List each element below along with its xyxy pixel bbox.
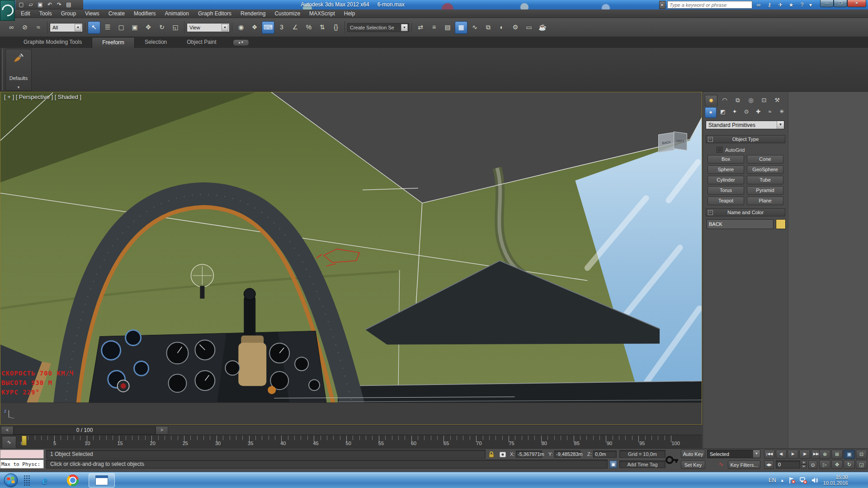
rectangular-selection-region-icon[interactable]: ▢ — [115, 21, 127, 34]
select-and-scale-icon[interactable]: ◱ — [169, 21, 182, 34]
absolute-offset-toggle-icon[interactable] — [499, 451, 506, 458]
modify-tab-icon[interactable]: ◠ — [719, 95, 731, 106]
subscription-key-icon[interactable]: ⚷ — [765, 1, 774, 9]
language-indicator[interactable]: EN — [769, 477, 776, 483]
space-warps-category-icon[interactable]: ≈ — [764, 107, 775, 117]
tab-freeform[interactable]: Freeform — [92, 37, 135, 48]
menu-item[interactable]: Group — [57, 9, 80, 18]
named-selection-set-dropdown[interactable]: Create Selection Se ▼ — [347, 23, 409, 32]
minimize-button[interactable]: — — [820, 0, 834, 7]
go-to-start-icon[interactable]: |◀◀ — [764, 450, 775, 459]
tab-selection[interactable]: Selection — [135, 37, 177, 48]
shapes-category-icon[interactable]: ◩ — [717, 107, 728, 117]
panel-expand-icon[interactable]: ▼ — [17, 85, 20, 89]
reference-coordinate-dropdown[interactable]: View ▼ — [187, 23, 230, 32]
name-color-rollout-header[interactable]: − Name and Color — [706, 208, 785, 216]
snap-toggle-3d-icon[interactable]: 3 — [275, 21, 288, 34]
track-bar[interactable]: ∿ 05101520253035404550556065707580859095… — [0, 435, 702, 448]
hierarchy-tab-icon[interactable]: ⧉ — [732, 95, 744, 106]
pan-hand-icon[interactable]: ✥ — [831, 460, 843, 469]
defaults-panel[interactable]: Defaults ▼ — [5, 49, 32, 91]
tab-object-paint[interactable]: Object Paint — [177, 37, 226, 48]
y-coordinate-field[interactable]: -9,485283m — [554, 450, 580, 458]
close-button[interactable]: ✕ — [847, 0, 866, 7]
collapse-icon[interactable]: − — [708, 210, 713, 215]
primitive-button[interactable]: Tube — [747, 176, 783, 184]
primitive-button[interactable]: Plane — [747, 197, 783, 205]
select-and-move-icon[interactable]: ✥ — [142, 21, 155, 34]
favorites-star-icon[interactable]: ★ — [787, 1, 796, 9]
z-coordinate-field[interactable]: 0,0m — [593, 450, 617, 458]
select-and-rotate-icon[interactable]: ↻ — [156, 21, 168, 34]
lights-category-icon[interactable]: ✦ — [729, 107, 740, 117]
frame-spinner[interactable]: ▲▼ — [801, 460, 807, 469]
primitive-button[interactable]: Cone — [747, 155, 783, 164]
speaker-icon[interactable] — [811, 477, 818, 484]
chevron-down-icon[interactable]: ▼ — [753, 450, 760, 458]
material-editor-icon[interactable]: ◐ — [495, 21, 508, 34]
maxscript-listener-line[interactable]: Max to Physc: — [0, 460, 44, 469]
orbit-icon[interactable]: ↻ — [844, 460, 855, 469]
motion-tab-icon[interactable]: ◎ — [745, 95, 757, 106]
menu-item[interactable]: Create — [104, 9, 129, 18]
restore-button[interactable]: ❐ — [834, 0, 847, 7]
window-crossing-icon[interactable]: ▣ — [128, 21, 141, 34]
infocenter-arrow-icon[interactable]: ▸ — [659, 1, 665, 9]
primitive-button[interactable]: Pyramid — [747, 186, 783, 195]
search-input[interactable] — [667, 1, 752, 9]
use-pivot-point-center-icon[interactable]: ◉ — [235, 21, 247, 34]
lock-selection-icon[interactable] — [488, 451, 495, 458]
menu-item[interactable]: Edit — [16, 9, 35, 18]
viewcube-face-back[interactable]: BACK — [658, 132, 675, 153]
select-and-manipulate-icon[interactable]: ❖ — [248, 21, 261, 34]
select-by-name-icon[interactable]: ☰ — [101, 21, 114, 34]
primitive-button[interactable]: Teapot — [708, 197, 744, 205]
open-file-icon[interactable]: ▱ — [27, 1, 35, 9]
primitive-button[interactable]: Cylinder — [708, 176, 744, 184]
mini-curve-editor-button[interactable]: ∿ — [2, 436, 16, 449]
key-mode-toggle[interactable]: ◀▶ — [764, 460, 774, 469]
primitive-button[interactable]: Box — [708, 155, 744, 164]
utilities-tab-icon[interactable]: ⚒ — [771, 95, 783, 106]
display-tab-icon[interactable]: ⊡ — [758, 95, 770, 106]
object-name-field[interactable] — [707, 219, 774, 229]
application-menu-button[interactable] — [0, 0, 15, 21]
x-coordinate-field[interactable]: -5,367971m — [516, 450, 542, 458]
search-binoculars-icon[interactable]: ∞ — [754, 1, 763, 9]
timeline-slider[interactable] — [22, 436, 27, 446]
graphite-ribbon-toggle-icon[interactable]: ▦ — [455, 21, 467, 34]
current-frame-field[interactable]: 0 — [776, 460, 800, 469]
render-setup-icon[interactable]: ⚙ — [509, 21, 522, 34]
keyboard-shortcut-override-icon[interactable]: ⌨ — [262, 21, 274, 34]
help-dropdown-icon[interactable]: ▾ — [808, 1, 813, 9]
save-file-icon[interactable]: ▣ — [36, 1, 44, 9]
tray-clock[interactable]: 15:30 10.01.2016 — [823, 474, 848, 486]
curve-editor-icon[interactable]: ∿ — [468, 21, 481, 34]
geometry-category-icon[interactable]: ● — [705, 107, 717, 118]
isolate-selection-icon[interactable]: ▣ — [609, 460, 617, 468]
viewcube[interactable]: BACK LEFT — [658, 131, 690, 158]
menu-item[interactable]: Tools — [35, 9, 57, 18]
action-center-flag-icon[interactable] — [788, 477, 796, 484]
schematic-view-icon[interactable]: ⧉ — [482, 21, 495, 34]
previous-frame-icon[interactable]: ◀| — [776, 450, 787, 459]
spinner-snap-icon[interactable]: ⇅ — [316, 21, 329, 34]
chevron-down-icon[interactable]: ▼ — [777, 121, 784, 129]
object-color-swatch[interactable] — [776, 219, 786, 229]
redo-icon[interactable]: ↷ — [55, 1, 63, 9]
chevron-down-icon[interactable]: ▼ — [401, 24, 408, 31]
zoom-icon[interactable]: ⊕ — [819, 450, 830, 459]
viewcube-face-left[interactable]: LEFT — [674, 131, 687, 150]
percent-snap-icon[interactable]: % — [302, 21, 315, 34]
primitive-button[interactable]: Torus — [708, 186, 744, 195]
primitive-button[interactable]: Sphere — [708, 165, 744, 174]
set-keys-icon[interactable] — [665, 450, 679, 469]
maxscript-mini-listener[interactable] — [0, 450, 44, 459]
create-tab-icon[interactable]: ✸ — [705, 95, 717, 106]
time-display[interactable]: 0 / 100 — [14, 426, 156, 435]
maximize-viewport-icon[interactable]: ◲ — [856, 460, 867, 469]
zoom-extents-icon[interactable]: ▣ — [844, 450, 855, 459]
undo-icon[interactable]: ↶ — [46, 1, 54, 9]
autogrid-checkbox[interactable] — [717, 147, 722, 153]
systems-category-icon[interactable]: ✳ — [776, 107, 787, 117]
